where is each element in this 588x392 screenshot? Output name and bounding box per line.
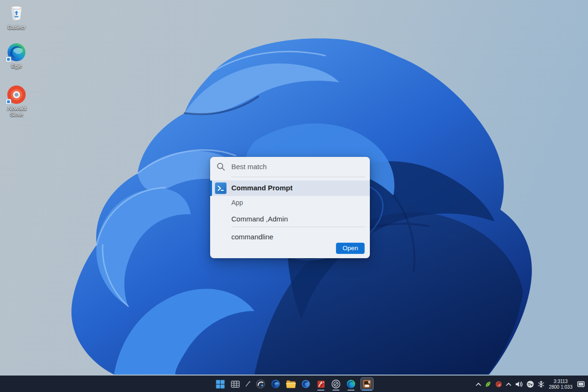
desktop-icon-label: Egje	[11, 63, 22, 69]
edge-legacy-icon	[271, 379, 280, 389]
file-explorer-icon	[286, 380, 296, 389]
suggestion-commandline[interactable]: commandline	[231, 233, 273, 241]
taskbar-center-icons	[214, 376, 374, 392]
red-shield-icon	[495, 381, 502, 388]
best-match-header: Best match	[210, 157, 370, 177]
edge-browser-icon	[7, 42, 26, 62]
leaf-icon	[485, 381, 492, 388]
pen-icon	[245, 381, 251, 387]
running-indicator	[333, 390, 340, 391]
shortcut-badge	[6, 57, 11, 62]
recycle-bin-icon	[7, 4, 26, 24]
edge-button[interactable]	[345, 377, 357, 391]
weather-button[interactable]	[538, 376, 545, 392]
speaker-icon	[515, 381, 523, 388]
widgets-grid-button[interactable]	[229, 377, 241, 391]
terminal-app-icon	[362, 379, 372, 389]
search-results-panel: Best match Command Prompt App Command ,A…	[210, 157, 370, 258]
suggestion-command-admin[interactable]: Command ,Admin	[231, 215, 288, 223]
store-button[interactable]	[254, 377, 267, 391]
notification-center-button[interactable]	[577, 376, 586, 392]
divider	[231, 227, 365, 227]
edge-legacy-button[interactable]	[270, 377, 282, 391]
system-tray: 3:3113 2800 1:033	[475, 376, 586, 392]
running-indicator-active	[362, 390, 372, 391]
globe-icon	[526, 380, 534, 388]
store-icon	[256, 379, 265, 389]
search-icon	[216, 162, 226, 172]
file-explorer-button[interactable]	[285, 377, 297, 391]
red-app-icon	[317, 380, 326, 389]
terminal-active-button[interactable]	[360, 377, 374, 391]
windows-start-icon	[216, 380, 225, 389]
taskbar: 3:3113 2800 1:033	[0, 376, 588, 392]
desktop: Gatliecr Egje	[0, 0, 588, 392]
snowflake-icon	[538, 381, 545, 388]
clock-time: 3:3113	[554, 379, 568, 384]
media-app-icon	[331, 379, 341, 389]
red-app-button[interactable]	[315, 377, 327, 391]
desktop-icon-edge[interactable]: Egje	[0, 42, 33, 69]
tray-red-app[interactable]	[495, 376, 502, 392]
edge-icon	[346, 379, 356, 389]
chevron-up-icon	[475, 382, 482, 387]
pen-button[interactable]	[244, 377, 252, 391]
active-app-highlight	[360, 377, 374, 391]
volume-button[interactable]	[515, 376, 523, 392]
shortcut-badge	[6, 99, 11, 105]
best-match-label: Best match	[231, 163, 267, 171]
network-button[interactable]	[526, 376, 534, 392]
hidden-icons-chevron[interactable]	[475, 376, 482, 392]
running-indicator	[318, 390, 325, 391]
red-ring-app-icon	[7, 85, 26, 105]
tray-overflow-chevron[interactable]	[506, 376, 512, 392]
result-title: Command Prompt	[231, 184, 293, 192]
divider	[231, 177, 365, 177]
notification-icon	[577, 381, 586, 388]
mail-app-icon	[301, 379, 310, 389]
desktop-icon-label-line2: Sloxe	[10, 112, 23, 118]
desktop-icon-label: .Nowakit	[7, 106, 26, 112]
selection-accent-bar	[210, 180, 212, 196]
chevron-up-icon	[506, 382, 512, 387]
result-type-label: App	[231, 199, 243, 206]
desktop-icon-label: Gatliecr	[8, 24, 25, 31]
clock-date: 2800 1:033	[549, 384, 572, 390]
command-prompt-icon	[215, 182, 227, 194]
clock[interactable]: 3:3113 2800 1:033	[548, 376, 573, 392]
running-indicator	[348, 390, 355, 391]
grid-icon	[231, 380, 240, 389]
desktop-icon-recycle-bin[interactable]: Gatliecr	[0, 4, 33, 31]
open-button[interactable]: Open	[336, 243, 365, 254]
start-button[interactable]	[214, 377, 226, 391]
media-app-button[interactable]	[330, 377, 342, 391]
desktop-icon-store-app[interactable]: .Nowakit Sloxe	[0, 85, 33, 118]
mail-button[interactable]	[300, 377, 312, 391]
tray-green-app[interactable]	[485, 376, 492, 392]
result-command-prompt[interactable]: Command Prompt	[210, 180, 370, 196]
